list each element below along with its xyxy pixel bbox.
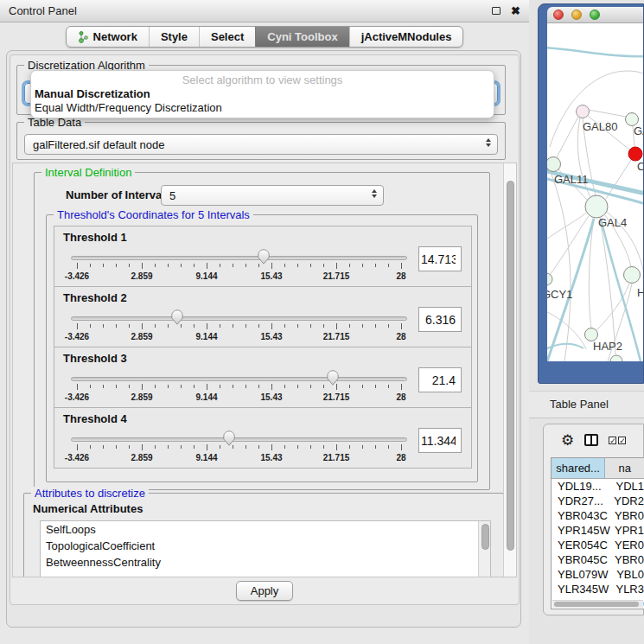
split-columns-icon[interactable] — [584, 434, 598, 446]
table-row[interactable]: YBL079WYBL0 — [552, 567, 644, 582]
network-node[interactable] — [585, 195, 608, 218]
node-attribute-table[interactable]: shared... na YDL19...YDL1YDR27...YDR2YBR… — [551, 457, 644, 609]
network-node[interactable] — [547, 273, 552, 285]
slider-tick — [77, 384, 78, 390]
algorithm-option-manual-discretization[interactable]: Manual Discretization — [31, 87, 494, 101]
slider-tick-label: 9.144 — [195, 392, 217, 402]
network-view-window[interactable]: GAL80GACGAL11GAL4GCY1HHAP2 — [538, 3, 644, 384]
tab-cyni-toolbox[interactable]: Cyni Toolbox — [255, 27, 348, 47]
threshold-slider[interactable]: -3.4262.8599.14415.4321.71528 — [71, 307, 407, 345]
network-node[interactable] — [624, 267, 641, 284]
threshold-value-field[interactable] — [418, 367, 462, 392]
table-row[interactable]: YPR145WYPR1 — [552, 523, 644, 538]
tab-style[interactable]: Style — [149, 27, 199, 47]
threshold-slider[interactable]: -3.4262.8599.14415.4321.71528 — [71, 246, 407, 284]
slider-tick — [77, 444, 78, 450]
table-row[interactable]: YDL19...YDL1 — [552, 479, 644, 494]
slider-tick — [310, 264, 311, 267]
slider-tick — [349, 324, 350, 328]
slider-tick — [245, 445, 246, 449]
network-window-titlebar — [547, 7, 643, 23]
close-traffic-light-icon[interactable] — [553, 10, 564, 20]
network-node[interactable] — [610, 355, 622, 361]
threshold-slider[interactable]: -3.4262.8599.14415.4321.71528 — [71, 428, 407, 466]
slider-tick — [258, 324, 259, 328]
network-edge — [589, 110, 626, 117]
table-hscrollbar-thumb[interactable] — [554, 602, 639, 607]
minimize-traffic-light-icon[interactable] — [571, 10, 582, 20]
attributes-scrollbar-thumb[interactable] — [481, 524, 489, 550]
attributes-scrollbar[interactable] — [478, 521, 490, 577]
slider-tick — [388, 445, 389, 449]
slider-tick — [207, 444, 207, 450]
network-canvas[interactable]: GAL80GACGAL11GAL4GCY1HHAP2 — [547, 23, 643, 361]
slider-tick-label: 28 — [396, 392, 405, 402]
number-of-intervals-combobox[interactable]: 5 — [161, 185, 384, 206]
slider-thumb[interactable] — [327, 370, 339, 386]
table-row[interactable]: YBR045CYBR0 — [552, 552, 644, 567]
apply-button[interactable]: Apply — [236, 581, 293, 601]
algorithm-option-equal-width-frequency-discreti[interactable]: Equal Width/Frequency Discretization — [31, 101, 494, 115]
slider-tick — [336, 263, 337, 269]
gear-icon[interactable]: ⚙ — [561, 433, 574, 448]
float-window-icon[interactable] — [492, 7, 501, 15]
cell-name: YLR3 — [611, 583, 644, 596]
network-node-label: HAP2 — [593, 340, 622, 353]
network-node[interactable] — [547, 157, 561, 172]
network-edge — [600, 218, 615, 354]
settings-vertical-scrollbar[interactable] — [503, 163, 516, 577]
attribute-item-selfloops[interactable]: SelfLoops — [41, 521, 490, 538]
slider-tick-label: 28 — [396, 271, 405, 281]
attribute-item-betweennesscentrality[interactable]: BetweennessCentrality — [41, 554, 490, 571]
cell-shared-name: YBL079W — [552, 568, 612, 581]
tab-network[interactable]: Network — [67, 27, 149, 47]
threshold-value-field[interactable] — [418, 307, 462, 332]
slider-thumb[interactable] — [223, 430, 235, 446]
threshold-value-field[interactable] — [418, 428, 462, 453]
numerical-attributes-list[interactable]: SelfLoopsTopologicalCoefficientBetweenne… — [40, 520, 491, 577]
number-of-intervals-label: Number of Intervals — [66, 188, 171, 201]
threshold-slider[interactable]: -3.4262.8599.14415.4321.71528 — [71, 367, 407, 405]
select-columns-icon[interactable]: ✓ ✓ — [609, 437, 626, 444]
table-row[interactable]: YLR345WYLR3 — [552, 582, 644, 596]
cell-shared-name: YDR27... — [552, 494, 609, 507]
slider-tick — [220, 385, 220, 388]
table-data-combobox[interactable]: galFiltered.sif default node — [24, 134, 498, 155]
slider-track[interactable] — [71, 316, 407, 321]
tab-jactivemnodules[interactable]: jActiveMNodules — [349, 27, 463, 47]
slider-track[interactable] — [71, 377, 407, 381]
column-header-shared-name[interactable]: shared... — [552, 458, 605, 478]
settings-scrollbar-thumb[interactable] — [507, 181, 514, 551]
algorithm-dropdown-popup: Select algorithm to view settingsManual … — [30, 70, 494, 118]
slider-tick — [194, 385, 194, 388]
slider-thumb[interactable] — [171, 309, 183, 325]
table-row[interactable]: YBR043CYBR0 — [552, 508, 644, 523]
slider-track[interactable] — [71, 256, 407, 260]
tab-select[interactable]: Select — [199, 27, 255, 47]
attribute-item-topologicalcoefficient[interactable]: TopologicalCoefficient — [41, 538, 490, 554]
slider-tick — [194, 324, 194, 328]
slider-tick — [297, 264, 298, 267]
column-header-name[interactable]: na — [605, 458, 644, 478]
interval-definition-group-title: Interval Definition — [41, 166, 135, 179]
close-icon[interactable]: ✖ — [511, 5, 520, 16]
slider-tick — [284, 385, 285, 388]
table-row[interactable]: YER054CYER0 — [552, 538, 644, 552]
tab-label: jActiveMNodules — [361, 30, 452, 43]
control-panel-titlebar: Control Panel ✖ — [0, 0, 529, 22]
table-row[interactable]: YDR27...YDR2 — [552, 494, 644, 508]
network-node[interactable] — [628, 147, 642, 161]
network-node[interactable] — [577, 105, 590, 118]
slider-thumb[interactable] — [258, 249, 270, 265]
zoom-traffic-light-icon[interactable] — [590, 10, 600, 20]
slider-tick — [207, 263, 207, 269]
cell-name: YER0 — [610, 539, 644, 552]
slider-tick-label: -3.426 — [65, 453, 89, 462]
slider-tick-label: -3.426 — [65, 332, 89, 341]
threshold-value-field[interactable] — [418, 246, 462, 271]
slider-track[interactable] — [71, 437, 407, 442]
slider-tick — [271, 263, 272, 269]
table-horizontal-scrollbar[interactable] — [552, 600, 643, 608]
slider-tick — [401, 263, 402, 269]
threshold-panel-2: Threshold 2-3.4262.8599.14415.4321.71528 — [54, 286, 472, 348]
